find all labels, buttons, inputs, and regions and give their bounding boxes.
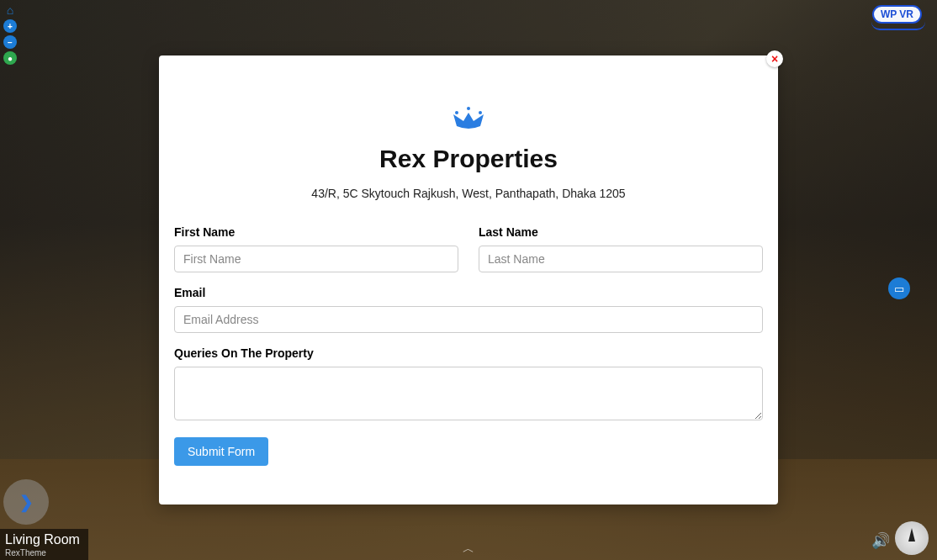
contact-form-modal: × Rex Properties 43/R, 5C Skytouch Rajku…	[159, 55, 778, 505]
email-label: Email	[174, 286, 763, 299]
wpvr-badge-arc	[871, 22, 925, 30]
crown-icon	[174, 106, 763, 129]
svg-point-1	[455, 111, 458, 114]
email-field[interactable]	[174, 306, 763, 333]
wpvr-badge[interactable]: WP VR	[872, 5, 922, 24]
chevron-up-icon[interactable]: ︿	[463, 542, 474, 557]
close-button[interactable]: ×	[766, 50, 783, 67]
last-name-field[interactable]	[479, 246, 763, 272]
modal-body: Rex Properties 43/R, 5C Skytouch Rajkush…	[159, 55, 778, 483]
home-icon[interactable]: ⌂	[3, 3, 17, 17]
vr-viewport[interactable]: ⌂ + − ● WP VR ▭ ❯ Living Room RexTheme 🔊…	[0, 0, 937, 560]
modal-subtitle: 43/R, 5C Skytouch Rajkush, West, Panthap…	[174, 187, 763, 200]
viewer-controls: ⌂ + − ●	[3, 3, 17, 65]
fullscreen-button[interactable]: ●	[3, 51, 17, 65]
queries-label: Queries On The Property	[174, 346, 763, 360]
queries-field[interactable]	[174, 367, 763, 420]
audio-icon[interactable]: 🔊	[871, 531, 890, 550]
compass-icon[interactable]	[895, 521, 929, 555]
modal-title: Rex Properties	[174, 145, 763, 173]
scene-subtitle: RexTheme	[5, 548, 80, 557]
submit-button[interactable]: Submit Form	[174, 437, 268, 466]
first-name-label: First Name	[174, 225, 458, 239]
svg-point-2	[479, 111, 482, 114]
first-name-field[interactable]	[174, 246, 458, 272]
compass-needle	[908, 528, 915, 542]
scene-nav-button[interactable]: ❯	[3, 479, 49, 525]
scene-label: Living Room RexTheme	[0, 529, 88, 560]
svg-point-0	[467, 107, 470, 110]
screen-hotspot-icon[interactable]: ▭	[888, 277, 910, 299]
chevron-right-icon: ❯	[19, 492, 34, 512]
zoom-out-button[interactable]: −	[3, 35, 17, 49]
scene-title: Living Room	[5, 532, 80, 547]
zoom-in-button[interactable]: +	[3, 19, 17, 33]
last-name-label: Last Name	[479, 225, 763, 239]
